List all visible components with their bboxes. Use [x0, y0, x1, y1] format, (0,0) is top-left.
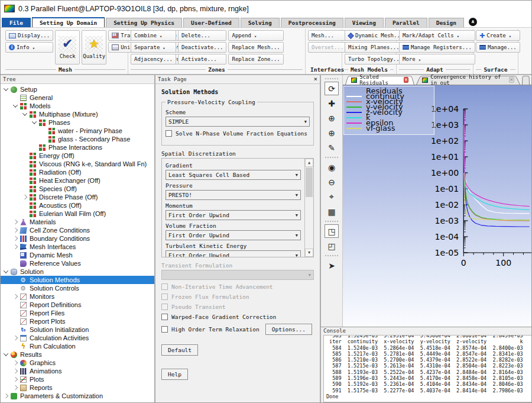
- chevron-right-icon[interactable]: [22, 195, 27, 199]
- graphics-tab-convergence-history-of-in-out[interactable]: Convergence history of in out✕: [416, 75, 520, 85]
- tree-item-materials[interactable]: Materials: [1, 218, 154, 226]
- help-button[interactable]: Help: [161, 369, 188, 380]
- tree-item-cell-zone-conditions[interactable]: Cell Zone Conditions: [1, 226, 154, 234]
- ribbon-button-more[interactable]: More▾: [399, 54, 475, 65]
- tree-item-setup[interactable]: Setup: [1, 85, 154, 94]
- close-icon[interactable]: ✕: [509, 77, 514, 83]
- tree-item-water-primary-phase[interactable]: water - Primary Phase: [1, 127, 154, 135]
- perspective-icon[interactable]: ◳: [325, 224, 339, 238]
- chevron-right-icon[interactable]: [13, 360, 18, 365]
- ribbon-button-delete-[interactable]: Delete...: [178, 30, 226, 41]
- menu-tab-user-defined[interactable]: User-Defined: [183, 18, 239, 27]
- menu-tab-setting-up-domain[interactable]: Setting Up Domain: [32, 17, 105, 27]
- chevron-right-icon[interactable]: [13, 369, 18, 373]
- tree-item-discrete-phase-off-[interactable]: Discrete Phase (Off): [1, 193, 154, 201]
- chevron-right-icon[interactable]: [13, 385, 18, 390]
- tree-item-heat-exchanger-off-[interactable]: Heat Exchanger (Off): [1, 176, 154, 185]
- chevron-down-icon[interactable]: [13, 102, 18, 107]
- ribbon-button-check[interactable]: Check: [55, 30, 80, 65]
- tree-item-radiation-off-[interactable]: Radiation (Off): [1, 168, 154, 176]
- mouse-probe-icon[interactable]: ➤: [325, 259, 339, 272]
- chevron-down-icon[interactable]: [4, 268, 8, 273]
- scrollbar-thumb[interactable]: [306, 167, 313, 197]
- options-button[interactable]: Options...: [265, 324, 312, 335]
- tree-item-animations[interactable]: Animations: [1, 367, 154, 375]
- menu-tab-postprocessing[interactable]: Postprocessing: [281, 18, 343, 27]
- ribbon-button-display-[interactable]: Display...: [5, 30, 53, 41]
- chevron-right-icon[interactable]: [13, 244, 18, 249]
- tree-item-monitors[interactable]: Monitors: [1, 292, 154, 301]
- scheme-dropdown[interactable]: SIMPLE ▼: [166, 117, 310, 127]
- momentum-dropdown[interactable]: First Order Upwind▼: [166, 210, 301, 220]
- chevron-right-icon[interactable]: [13, 228, 18, 233]
- pressure-dropdown[interactable]: PRESTO!▼: [166, 190, 301, 200]
- scrollbar[interactable]: ▲ ▼: [304, 159, 313, 257]
- gradient-dropdown[interactable]: Least Squares Cell Based▼: [166, 170, 301, 180]
- checkbox-icon[interactable]: [161, 326, 168, 333]
- scroll-up-icon[interactable]: ▲: [305, 159, 313, 167]
- tree-item-solution-methods[interactable]: Solution Methods: [1, 276, 154, 284]
- ribbon-button-activate-[interactable]: Activate...: [178, 54, 226, 65]
- orthographic-icon[interactable]: ◰: [325, 239, 339, 253]
- menu-tab-parallel[interactable]: Parallel: [385, 18, 427, 27]
- tree-item-graphics[interactable]: Graphics: [1, 359, 154, 367]
- menu-tab-design[interactable]: Design: [429, 18, 464, 27]
- tree-item-phase-interactions[interactable]: Phase Interactions: [1, 143, 154, 151]
- tree-item-reports[interactable]: Reports: [1, 383, 154, 392]
- ribbon-button-mark-adapt-cells[interactable]: Mark/Adapt Cells▾: [399, 30, 475, 41]
- tree-item-multiphase-mixture-[interactable]: Multiphase (Mixture): [1, 110, 154, 118]
- menu-tab-solving[interactable]: Solving: [241, 18, 280, 27]
- tree-item-reference-values[interactable]: Reference Values: [1, 259, 154, 267]
- ribbon-button-replace-zone-[interactable]: Replace Zone...: [228, 54, 283, 65]
- tree-item-solution-controls[interactable]: Solution Controls: [1, 284, 154, 292]
- ribbon-collapse-button[interactable]: ∧: [469, 18, 477, 26]
- tree-item-species-off-[interactable]: Species (Off): [1, 185, 154, 193]
- chevron-right-icon[interactable]: [13, 377, 18, 382]
- probe-icon[interactable]: ✎: [325, 141, 339, 154]
- ribbon-button-mesh-[interactable]: Mesh...: [308, 30, 347, 41]
- ribbon-button-quality[interactable]: Quality: [82, 30, 106, 65]
- chevron-down-icon[interactable]: [4, 351, 8, 356]
- checkbox-row-high-order-term-relaxation[interactable]: High Order Term RelaxationOptions...: [161, 324, 314, 335]
- tree-item-boundary-conditions[interactable]: Boundary Conditions: [1, 234, 154, 243]
- rotate-icon[interactable]: ⟳: [325, 82, 339, 95]
- graphics-tab-scaled-residuals[interactable]: Scaled Residuals✕: [345, 75, 414, 85]
- turbulent-kinetic-energy-dropdown[interactable]: First Order Upwind▼: [166, 250, 301, 257]
- volume-fraction-dropdown[interactable]: First Order Upwind▼: [166, 230, 301, 240]
- tree-item-solution-initialization[interactable]: Solution Initialization: [1, 325, 154, 334]
- zoom-in-icon[interactable]: ⊕: [325, 111, 339, 125]
- zoom-box-icon[interactable]: ⊕: [325, 126, 339, 140]
- ribbon-button-append[interactable]: Append▾: [228, 30, 283, 41]
- tree-item-plots[interactable]: Plots: [1, 375, 154, 383]
- tree-item-report-files[interactable]: Report Files: [1, 309, 154, 317]
- chevron-right-icon[interactable]: [13, 236, 18, 241]
- scroll-down-icon[interactable]: ▼: [305, 249, 313, 257]
- tree-item-report-plots[interactable]: Report Plots: [1, 317, 154, 325]
- snapshot-icon[interactable]: ▦: [325, 205, 339, 218]
- toolbar-drag-handle[interactable]: [325, 78, 338, 79]
- tree-item-report-definitions[interactable]: Report Definitions: [1, 301, 154, 309]
- tree-item-acoustics-off-[interactable]: Acoustics (Off): [1, 201, 154, 209]
- nphase-checkbox-row[interactable]: Solve N-Phase Volume Fraction Equations: [166, 130, 310, 137]
- tree-item-parameters-customization[interactable]: Parameters & Customization: [1, 392, 154, 400]
- tree-item-energy-off-[interactable]: Energy (Off): [1, 151, 154, 160]
- close-icon[interactable]: ×: [313, 76, 317, 82]
- tree-item-glass-secondary-phase[interactable]: glass - Secondary Phase: [1, 135, 154, 143]
- chevron-right-icon[interactable]: [4, 394, 8, 398]
- tree-item-calculation-activities[interactable]: Calculation Activities: [1, 334, 154, 342]
- checkbox-row-warped-face-gradient-correction[interactable]: Warped-Face Gradient Correction: [161, 314, 314, 320]
- tree-item-results[interactable]: Results: [1, 350, 154, 359]
- tree-item-dynamic-mesh[interactable]: Dynamic Mesh: [1, 251, 154, 259]
- menu-tab-setting-up-physics[interactable]: Setting Up Physics: [106, 18, 182, 27]
- tree-item-run-calculation[interactable]: Run Calculation: [1, 342, 154, 350]
- pan-icon[interactable]: ✚: [325, 96, 339, 110]
- menu-tab-viewing[interactable]: Viewing: [345, 18, 384, 27]
- ribbon-button-adjacency-[interactable]: Adjacency...: [131, 54, 176, 65]
- tree-item-general[interactable]: General: [1, 94, 154, 102]
- close-icon[interactable]: ✕: [404, 77, 409, 83]
- ribbon-button-info[interactable]: Info▾: [5, 42, 53, 53]
- tree-item-mesh-interfaces[interactable]: Mesh Interfaces: [1, 243, 154, 251]
- tree-item-phases[interactable]: Phases: [1, 118, 154, 127]
- zoom-out-icon[interactable]: ⊖: [325, 175, 339, 189]
- chevron-right-icon[interactable]: [13, 294, 18, 299]
